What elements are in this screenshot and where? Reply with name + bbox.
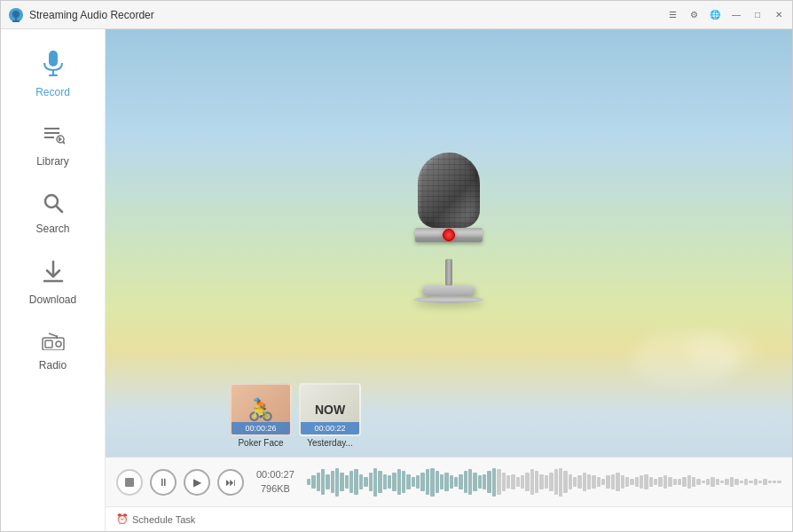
wave-bar xyxy=(682,477,686,487)
wave-bar xyxy=(749,481,752,484)
wave-bar xyxy=(758,481,762,484)
sidebar-item-radio[interactable]: Radio xyxy=(1,318,105,384)
wave-bar xyxy=(454,477,458,487)
mic-body xyxy=(413,153,484,259)
wave-bar xyxy=(734,479,738,485)
wave-bar xyxy=(592,475,595,488)
wave-bar xyxy=(702,481,705,484)
app-title: Streaming Audio Recorder xyxy=(29,9,661,21)
wave-bar xyxy=(616,473,619,491)
sidebar-item-library[interactable]: Library xyxy=(1,111,105,180)
wave-bar xyxy=(369,473,373,491)
svg-line-11 xyxy=(62,142,65,145)
wave-bar xyxy=(420,473,424,491)
wave-bar xyxy=(663,475,667,488)
titlebar-controls: ☰ ⚙ 🌐 — □ ✕ xyxy=(661,9,785,21)
wave-bar xyxy=(335,468,339,497)
schedule-icon: ⏰ xyxy=(116,513,129,525)
stop-button[interactable] xyxy=(116,469,143,496)
download-label: Download xyxy=(29,293,76,306)
sidebar-item-search[interactable]: Search xyxy=(1,180,105,247)
wave-bar xyxy=(359,474,363,490)
record-icon xyxy=(42,51,65,82)
track-thumbnail-1: 🚴 00:00:26 xyxy=(230,383,292,436)
pause-button[interactable]: ⏸ xyxy=(150,469,177,496)
wave-bar xyxy=(450,475,453,488)
wave-bar xyxy=(577,475,581,488)
wave-bar xyxy=(611,474,615,490)
close-button[interactable]: ✕ xyxy=(773,9,785,21)
wave-bar xyxy=(502,473,506,491)
globe-icon[interactable]: 🌐 xyxy=(709,9,721,21)
wave-bar xyxy=(658,477,662,487)
main-content: Record Library xyxy=(1,29,792,531)
wave-bar xyxy=(307,479,310,485)
svg-rect-5 xyxy=(52,70,54,74)
wave-bar xyxy=(397,469,401,494)
mic-base xyxy=(422,286,475,296)
wave-bar xyxy=(317,473,320,491)
track-item-2[interactable]: NOW 00:00:22 Yesterday... xyxy=(299,383,361,448)
wave-bar xyxy=(412,477,415,487)
radio-label: Radio xyxy=(39,359,67,372)
svg-rect-4 xyxy=(49,51,58,66)
settings-icon[interactable]: ⚙ xyxy=(687,9,700,21)
minimize-button[interactable]: — xyxy=(730,9,742,21)
track-item-1[interactable]: 🚴 00:00:26 Poker Face xyxy=(230,383,292,448)
wave-bar xyxy=(563,471,567,493)
wave-bar xyxy=(349,471,353,493)
wave-bar xyxy=(649,477,653,487)
sidebar-item-record[interactable]: Record xyxy=(1,38,105,111)
wave-bar xyxy=(725,479,728,485)
wave-bar xyxy=(635,477,639,487)
wave-bar xyxy=(763,479,766,485)
wave-bar xyxy=(530,469,534,494)
track-time-1: 00:00:26 xyxy=(232,422,290,434)
radio-icon xyxy=(41,331,66,356)
wave-bar xyxy=(354,469,357,494)
titlebar: Streaming Audio Recorder ☰ ⚙ 🌐 — □ ✕ xyxy=(1,1,792,29)
waveform xyxy=(307,468,781,497)
wave-bar xyxy=(521,475,524,488)
search-icon xyxy=(43,192,64,219)
wave-bar xyxy=(696,479,700,485)
svg-rect-6 xyxy=(49,74,58,76)
player-time: 00:00:27 xyxy=(256,468,294,481)
wave-bar xyxy=(692,477,695,487)
wave-bar xyxy=(516,477,520,487)
wave-bar xyxy=(559,468,562,497)
wave-bar xyxy=(340,473,343,491)
wave-bar xyxy=(478,475,482,488)
menu-icon[interactable]: ☰ xyxy=(666,9,679,21)
wave-bar xyxy=(716,479,719,485)
tracks-area: 🚴 00:00:26 Poker Face NOW 00:00:22 Yeste… xyxy=(106,374,792,457)
wave-bar xyxy=(621,475,624,488)
wave-bar xyxy=(678,479,681,485)
play-button[interactable]: ▶ xyxy=(184,469,210,496)
wave-bar xyxy=(554,469,558,494)
wave-bar xyxy=(506,475,510,488)
svg-rect-3 xyxy=(12,20,20,22)
wave-bar xyxy=(378,471,381,493)
wave-bar xyxy=(311,475,315,488)
wave-bar xyxy=(539,474,543,490)
track-time-2: 00:00:22 xyxy=(301,422,359,434)
maximize-button[interactable]: □ xyxy=(751,9,764,21)
schedule-bar[interactable]: ⏰ Schedule Task xyxy=(106,506,792,531)
app-window: Streaming Audio Recorder ☰ ⚙ 🌐 — □ ✕ xyxy=(0,0,793,532)
wave-bar xyxy=(430,468,434,497)
wave-bar xyxy=(464,471,467,493)
wave-bar xyxy=(573,477,577,487)
wave-bar xyxy=(321,469,325,494)
cloud-decoration-2 xyxy=(686,332,757,368)
svg-marker-12 xyxy=(59,137,62,142)
microphone xyxy=(413,153,484,303)
svg-line-14 xyxy=(56,207,62,213)
wave-bar xyxy=(569,474,572,490)
wave-bar xyxy=(549,473,553,491)
sidebar-item-download[interactable]: Download xyxy=(1,247,105,318)
wave-bar xyxy=(406,474,410,490)
next-button[interactable]: ⏭ xyxy=(217,469,244,496)
wave-bar xyxy=(640,475,643,488)
wave-bar xyxy=(525,473,529,491)
